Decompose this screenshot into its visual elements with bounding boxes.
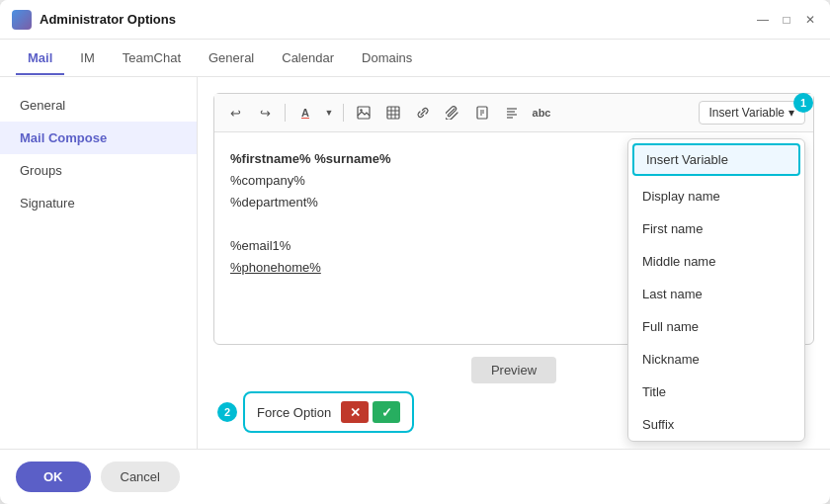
toolbar-divider-2 bbox=[343, 104, 344, 122]
minimize-button[interactable]: — bbox=[755, 12, 771, 28]
svg-rect-0 bbox=[358, 107, 370, 119]
app-icon bbox=[12, 10, 32, 30]
maximize-button[interactable]: □ bbox=[779, 12, 794, 28]
insert-variable-button[interactable]: Insert Variable ▾ bbox=[699, 101, 805, 125]
insert-image-button[interactable] bbox=[351, 100, 376, 126]
format-button[interactable] bbox=[499, 100, 525, 126]
dropdown-item-display-name[interactable]: Display name bbox=[628, 180, 804, 212]
dropdown-item-last-name[interactable]: Last name bbox=[628, 278, 804, 310]
bottom-buttons: OK Cancel bbox=[0, 449, 830, 504]
svg-rect-2 bbox=[387, 107, 399, 119]
tab-general[interactable]: General bbox=[197, 42, 266, 75]
titlebar-controls: — □ ✕ bbox=[755, 12, 818, 28]
insert-link-button[interactable] bbox=[410, 100, 436, 126]
toggle-green-button[interactable]: ✓ bbox=[373, 401, 400, 423]
preview-button[interactable]: Preview bbox=[471, 357, 556, 383]
tab-domains[interactable]: Domains bbox=[350, 42, 424, 75]
main-panel: ↩ ↪ A ▼ bbox=[198, 77, 830, 449]
sidebar-item-groups[interactable]: Groups bbox=[0, 154, 197, 187]
tab-mail[interactable]: Mail bbox=[16, 42, 64, 75]
sidebar: General Mail Compose Groups Signature bbox=[0, 77, 198, 449]
toolbar-divider-1 bbox=[285, 104, 286, 122]
close-button[interactable]: ✕ bbox=[802, 12, 818, 28]
tab-im[interactable]: IM bbox=[68, 42, 106, 75]
dropdown-arrow-btn[interactable]: ▼ bbox=[322, 100, 336, 126]
window-title: Administrator Options bbox=[40, 12, 176, 27]
toggle-red-button[interactable]: ✕ bbox=[341, 401, 369, 423]
force-option-container: Force Option ✕ ✓ bbox=[243, 391, 414, 433]
sidebar-item-signature[interactable]: Signature bbox=[0, 187, 197, 219]
badge-2: 2 bbox=[217, 402, 237, 422]
force-option-wrapper: 2 Force Option ✕ ✓ bbox=[213, 391, 414, 433]
toggle-check-icon: ✓ bbox=[381, 405, 392, 420]
dropdown-item-full-name[interactable]: Full name bbox=[628, 310, 804, 343]
badge-1: 1 bbox=[793, 93, 813, 113]
main-window: Administrator Options — □ ✕ Mail IM Team… bbox=[0, 0, 830, 504]
font-color-button[interactable]: A bbox=[292, 100, 318, 126]
sidebar-item-general[interactable]: General bbox=[0, 89, 197, 122]
cancel-button[interactable]: Cancel bbox=[101, 462, 180, 492]
tab-teamchat[interactable]: TeamChat bbox=[111, 42, 193, 75]
insert-variable-label: Insert Variable bbox=[709, 106, 785, 120]
insert-variable-container: Insert Variable ▾ 1 Insert Variable Disp… bbox=[699, 101, 805, 125]
tab-calendar[interactable]: Calendar bbox=[270, 42, 346, 75]
tabs-bar: Mail IM TeamChat General Calendar Domain… bbox=[0, 40, 830, 77]
insert-table-button[interactable] bbox=[380, 100, 406, 126]
undo-button[interactable]: ↩ bbox=[222, 100, 248, 126]
dropdown-item-middle-name[interactable]: Middle name bbox=[628, 245, 804, 278]
dropdown-item-insert-variable[interactable]: Insert Variable bbox=[632, 143, 800, 176]
insert-variable-dropdown: Insert Variable Display name First name … bbox=[627, 138, 805, 442]
svg-point-1 bbox=[360, 109, 362, 111]
spell-check-button[interactable]: abc bbox=[529, 100, 554, 126]
titlebar-left: Administrator Options bbox=[12, 10, 176, 30]
dropdown-item-suffix[interactable]: Suffix bbox=[628, 408, 804, 441]
dropdown-item-title[interactable]: Title bbox=[628, 376, 804, 408]
sidebar-item-mail-compose[interactable]: Mail Compose bbox=[0, 122, 197, 154]
dropdown-item-nickname[interactable]: Nickname bbox=[628, 343, 804, 376]
dropdown-item-first-name[interactable]: First name bbox=[628, 212, 804, 245]
toggle-x-icon: ✕ bbox=[350, 405, 361, 420]
content-area: General Mail Compose Groups Signature ↩ … bbox=[0, 77, 830, 449]
titlebar: Administrator Options — □ ✕ bbox=[0, 0, 830, 40]
ok-button[interactable]: OK bbox=[16, 462, 91, 492]
editor-toolbar: ↩ ↪ A ▼ bbox=[214, 94, 813, 132]
attach-button[interactable] bbox=[440, 100, 465, 126]
redo-button[interactable]: ↪ bbox=[252, 100, 278, 126]
dropdown-arrow-icon: ▾ bbox=[788, 106, 794, 120]
force-option-label: Force Option bbox=[257, 405, 331, 420]
editor-container: ↩ ↪ A ▼ bbox=[213, 93, 814, 345]
attach2-button[interactable] bbox=[469, 100, 495, 126]
toggle-group: ✕ ✓ bbox=[341, 401, 400, 423]
